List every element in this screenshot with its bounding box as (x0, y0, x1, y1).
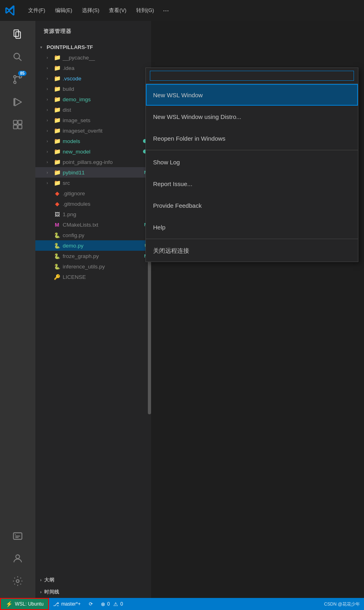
svg-point-17 (16, 555, 19, 559)
dropdown-item-label: Show Log (153, 159, 180, 166)
wsl-icon: ⚡ (6, 601, 12, 607)
dropdown-item-reopen-windows[interactable]: Reopen Folder in Windows (146, 127, 358, 149)
folder-arrow-icon: ▾ (40, 45, 47, 49)
tree-item-label: __pycache__ (63, 55, 151, 61)
tree-item-label: demo.py (63, 243, 104, 249)
activity-item-search[interactable] (7, 47, 28, 68)
dropdown-search-input[interactable] (150, 71, 354, 81)
chevron-right-icon: › (47, 160, 53, 164)
dropdown-item-show-log[interactable]: Show Log (146, 151, 358, 173)
chevron-right-icon: › (47, 170, 53, 175)
list-item[interactable]: › 📁 new_model (35, 146, 151, 157)
tree-item-label: pybind11 (63, 170, 103, 176)
list-item[interactable]: › 📁 imageset_overfit (35, 125, 151, 136)
warning-count: 0 (120, 601, 123, 607)
folder-icon: 📁 (53, 127, 61, 135)
folder-icon: 📁 (53, 168, 61, 176)
statusbar-sync[interactable]: ⟳ (85, 598, 97, 610)
statusbar-branch[interactable]: ⎇ master*+ (49, 598, 84, 610)
activity-item-account[interactable] (7, 548, 28, 569)
statusbar-wsl-button[interactable]: ⚡ WSL: Ubuntu (0, 598, 49, 610)
tree-item-label: froze_graph.py (63, 253, 103, 259)
statusbar-right: CSDN @花花少年 (324, 601, 364, 607)
tree-item-label: .gitmodules (63, 201, 151, 207)
list-item[interactable]: 🖼 1.png (35, 209, 151, 219)
tree-item-label: image_sets (63, 117, 151, 123)
statusbar-errors[interactable]: ⊗ 0 ⚠ 0 (97, 598, 127, 610)
list-item[interactable]: 🐍 config.py (35, 230, 151, 240)
dropdown-item-provide-feedback[interactable]: Provide Feedback (146, 194, 358, 216)
list-item[interactable]: 🐍 froze_graph.py M (35, 251, 151, 261)
svg-rect-11 (14, 125, 17, 129)
dropdown-item-label: 关闭远程连接 (153, 247, 189, 255)
list-item[interactable]: › 📁 __pycache__ (35, 52, 151, 63)
python-file-icon: 🐍 (53, 252, 61, 260)
svg-line-3 (19, 58, 21, 61)
dropdown-menu: New WSL Window New WSL Window using Dist… (145, 68, 358, 262)
folder-icon: 📁 (53, 64, 61, 72)
folder-icon: 📁 (53, 74, 61, 82)
list-item[interactable]: › 📁 .vscode (35, 73, 151, 84)
list-item[interactable]: › 📁 image_sets (35, 115, 151, 125)
list-item[interactable]: › 📁 pybind11 M (35, 167, 151, 178)
activity-item-source-control[interactable]: 85 (7, 69, 28, 90)
timeline-section-header[interactable]: › 时间线 (35, 586, 151, 598)
menu-goto[interactable]: 转到(G) (132, 5, 158, 16)
folder-icon: 📁 (53, 158, 61, 166)
outline-section-header[interactable]: › 大纲 (35, 574, 151, 586)
list-item[interactable]: 🔑 LICENSE (35, 272, 151, 282)
menu-select[interactable]: 选择(S) (78, 5, 103, 16)
list-item[interactable]: M CMakeLists.txt M (35, 219, 151, 230)
folder-icon: 📁 (53, 53, 61, 61)
dropdown-item-close-remote[interactable]: 关闭远程连接 (146, 240, 358, 262)
menu-edit[interactable]: 编辑(E) (51, 5, 76, 16)
timeline-section-label: 时间线 (44, 589, 59, 596)
statusbar: ⚡ WSL: Ubuntu ⎇ master*+ ⟳ ⊗ 0 ⚠ 0 CSDN … (0, 598, 364, 610)
menu-file[interactable]: 文件(F) (24, 5, 49, 16)
chevron-right-icon: › (47, 181, 53, 185)
tree-item-label: imageset_overfit (63, 128, 151, 134)
list-item[interactable]: ◆ .gitmodules (35, 199, 151, 209)
list-item[interactable]: › 📁 point_pillars.egg-info (35, 157, 151, 167)
list-item[interactable]: › 📁 build (35, 84, 151, 94)
chevron-right-icon: › (47, 87, 53, 91)
activity-item-files[interactable] (7, 24, 28, 45)
menu-view[interactable]: 查看(V) (105, 5, 130, 16)
outline-section-label: 大纲 (44, 577, 54, 583)
list-item[interactable]: › 📁 dist (35, 104, 151, 115)
dropdown-search-container (146, 68, 358, 84)
svg-point-2 (14, 53, 20, 59)
activity-item-run[interactable] (7, 92, 28, 113)
menu-more[interactable]: ··· (160, 5, 172, 16)
chevron-right-icon: › (47, 66, 53, 70)
activity-item-settings[interactable] (7, 571, 28, 592)
chevron-right-icon: › (47, 149, 53, 154)
tree-item-label: demo_imgs (63, 96, 151, 102)
list-item[interactable]: › 📁 src (35, 178, 151, 188)
list-item[interactable]: › 📁 .idea (35, 63, 151, 73)
list-item[interactable]: 🐍 demo.py U (35, 240, 151, 251)
error-icon: ⊗ (101, 601, 105, 607)
titlebar-menu: 文件(F) 编辑(E) 选择(S) 查看(V) 转到(G) ··· (24, 5, 172, 16)
chevron-right-icon: › (47, 139, 53, 143)
folder-icon: 📁 (53, 85, 61, 93)
dropdown-divider-2 (146, 239, 358, 239)
list-item[interactable]: 🐍 inference_utils.py (35, 261, 151, 272)
dropdown-item-new-wsl-distro[interactable]: New WSL Window using Distro... (146, 106, 358, 127)
dropdown-item-help[interactable]: Help (146, 216, 358, 238)
activity-item-extensions[interactable] (7, 114, 28, 135)
git-branch-icon: ⎇ (53, 601, 59, 607)
chevron-right-icon: › (47, 97, 53, 102)
tree-item-label: src (63, 180, 151, 186)
dropdown-item-new-wsl-window[interactable]: New WSL Window (146, 84, 358, 106)
svg-rect-10 (18, 121, 22, 124)
error-count: 0 (107, 601, 110, 607)
list-item[interactable]: ◆ .gitignore (35, 188, 151, 199)
titlebar: 文件(F) 编辑(E) 选择(S) 查看(V) 转到(G) ··· (0, 0, 364, 21)
activity-item-remote-explorer[interactable] (7, 526, 28, 547)
list-item[interactable]: › 📁 demo_imgs (35, 94, 151, 104)
activity-bar: 85 (0, 21, 35, 598)
list-item[interactable]: › 📁 models (35, 136, 151, 146)
dropdown-item-report-issue[interactable]: Report Issue... (146, 173, 358, 194)
tree-root-folder[interactable]: ▾ POINTPILLARS-TF (35, 42, 151, 52)
